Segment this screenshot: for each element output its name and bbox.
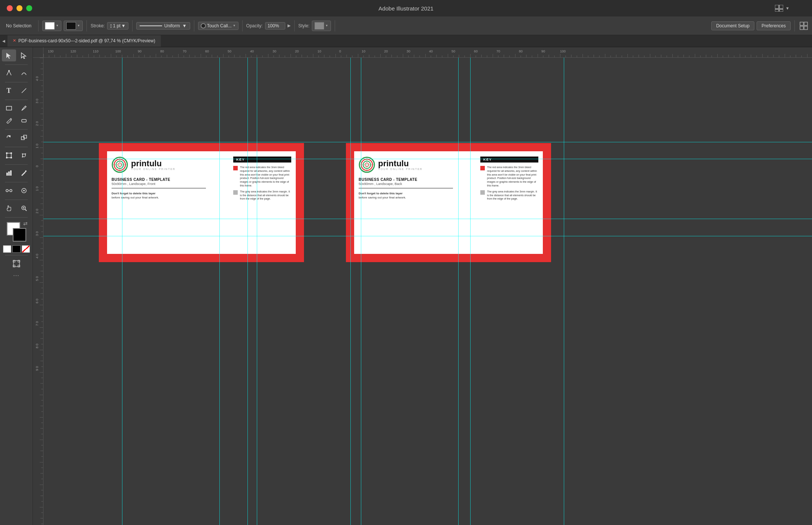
svg-rect-26	[6, 173, 8, 176]
none-indicator[interactable]	[22, 245, 30, 253]
front-card: printulu YOUR ONLINE PRINTER BUSINESS CA…	[107, 151, 296, 254]
edit-artboards-tool[interactable]	[9, 258, 24, 270]
svg-text:30: 30	[407, 49, 410, 53]
front-key-label: KEY	[233, 157, 291, 163]
close-button[interactable]	[7, 5, 13, 11]
free-transform-tool[interactable]	[2, 149, 16, 161]
document-tab[interactable]: ✕ PDF-business-card-90x50---2-sided.pdf …	[7, 35, 161, 47]
svg-rect-0	[775, 5, 779, 9]
measure-tool[interactable]	[17, 185, 31, 197]
back-key-red-item: The red area indicates the 3mm bleed req…	[480, 166, 538, 188]
free-symbol-row	[0, 149, 33, 161]
svg-point-10	[8, 70, 10, 72]
touch-callout-selector[interactable]: Touch Call... ▼	[198, 22, 238, 30]
tab-expand[interactable]: ◀	[0, 35, 7, 47]
svg-text:3 0: 3 0	[35, 231, 39, 236]
opacity-expand[interactable]: ▶	[288, 23, 291, 28]
stroke-value-input[interactable]: ▲▼ 1 pt ▼	[107, 22, 128, 30]
tool-divider-9	[5, 217, 28, 218]
color-mode-indicators	[3, 245, 30, 253]
back-key-grey-swatch	[480, 190, 485, 195]
toolbar-divider-2	[86, 20, 87, 31]
tool-divider-8	[5, 200, 28, 200]
toolbar: No Selection ▼ ▼ Stroke: ▲▼ 1 pt ▼ Unifo…	[0, 16, 812, 35]
stroke-value: 1 pt	[113, 23, 121, 28]
tab-filename: PDF-business-card-90x50---2-sided.pdf @ …	[18, 38, 155, 43]
eyedropper-tool[interactable]	[17, 167, 31, 179]
toolbar-divider-8	[794, 20, 795, 31]
svg-point-29	[25, 170, 27, 172]
scale-tool[interactable]	[17, 132, 31, 144]
document-setup-button[interactable]: Document Setup	[711, 21, 754, 30]
paintbrush-tool[interactable]	[17, 102, 31, 114]
type-tool[interactable]: T	[2, 85, 16, 97]
svg-rect-3	[779, 9, 783, 12]
pen-tool[interactable]	[2, 67, 16, 79]
fill-arrow: ▼	[56, 24, 59, 27]
stroke-color-selector[interactable]: ▼	[64, 21, 83, 31]
guide-h-2	[43, 159, 812, 159]
tool-divider-10	[5, 255, 28, 255]
opacity-input[interactable]: 100%	[265, 22, 285, 30]
back-logo-text: printulu YOUR ONLINE PRINTER	[378, 160, 423, 170]
front-card-divider	[112, 188, 206, 188]
front-card-left: printulu YOUR ONLINE PRINTER BUSINESS CA…	[112, 157, 229, 249]
svg-text:60: 60	[474, 49, 478, 53]
background-color[interactable]	[13, 228, 26, 242]
preferences-button[interactable]: Preferences	[757, 21, 791, 30]
select-tool[interactable]	[2, 49, 16, 61]
zoom-tool[interactable]	[17, 202, 31, 214]
svg-rect-13	[22, 119, 26, 122]
svg-text:4 0: 4 0	[35, 76, 39, 81]
blend-tool[interactable]	[2, 185, 16, 197]
rect-tool[interactable]	[2, 102, 16, 114]
arrange-icon[interactable]	[799, 21, 809, 31]
rotate-tool[interactable]	[2, 132, 16, 144]
line-tool[interactable]	[17, 85, 31, 97]
type-line-row: T	[0, 85, 33, 97]
tab-close-icon[interactable]: ✕	[13, 38, 16, 43]
svg-point-30	[6, 189, 8, 192]
maximize-button[interactable]	[26, 5, 32, 11]
canvas-area[interactable]: 130 120 110 100 90 80 70 60 50 40 30 20 …	[33, 47, 812, 525]
blend-measure-row	[0, 185, 33, 197]
svg-rect-19	[10, 152, 12, 154]
svg-text:3 0: 3 0	[35, 99, 39, 104]
back-artboard-container: printulu YOUR ONLINE PRINTER BUSINESS CA…	[354, 151, 543, 254]
minimize-button[interactable]	[16, 5, 22, 11]
free-symbol-group	[0, 149, 33, 161]
more-tools-btn[interactable]: ···	[9, 270, 24, 282]
hand-tool[interactable]	[2, 202, 16, 214]
style-selector[interactable]: ▼	[312, 21, 331, 31]
stroke-swatch	[66, 22, 76, 30]
direct-select-tool[interactable]	[17, 49, 31, 61]
svg-text:9 0: 9 0	[35, 366, 39, 371]
back-card-subtitle: 50x90mm , Landscape, Back	[359, 182, 477, 186]
pencil-tool[interactable]	[2, 114, 16, 126]
pen-tools-row	[0, 67, 33, 79]
back-card-divider	[359, 188, 453, 188]
canvas-content[interactable]: printulu YOUR ONLINE PRINTER BUSINESS CA…	[43, 58, 812, 525]
toolbar-divider-4	[194, 20, 194, 31]
stroke-spinners[interactable]: ▲▼	[110, 23, 112, 28]
fill-indicator[interactable]	[3, 245, 11, 253]
svg-point-23	[22, 154, 23, 155]
swap-colors-icon[interactable]: ⇄	[23, 221, 28, 227]
ruler-top-svg: 130 120 110 100 90 80 70 60 50 40 30 20 …	[43, 47, 812, 57]
curvature-tool[interactable]	[17, 67, 31, 79]
tool-divider-3	[5, 100, 28, 100]
stroke-indicator[interactable]	[12, 245, 21, 253]
graph-tool[interactable]	[2, 167, 16, 179]
svg-text:130: 130	[48, 49, 54, 53]
main-area: T	[0, 47, 812, 525]
pen-tools-group	[0, 67, 33, 79]
stroke-type-selector[interactable]: Uniform ▼	[136, 22, 190, 30]
ruler-left-svg: 4 0 3 0 2 0 1 0 0 1 0 2 0 3 0 4 0 5 0 6 …	[33, 58, 43, 525]
symbol-tool[interactable]	[17, 149, 31, 161]
svg-point-34	[23, 190, 25, 191]
svg-point-31	[10, 189, 12, 192]
fill-color-selector[interactable]: ▼	[42, 21, 61, 31]
svg-rect-48	[43, 47, 812, 57]
back-card: printulu YOUR ONLINE PRINTER BUSINESS CA…	[354, 151, 543, 254]
eraser-tool[interactable]	[17, 114, 31, 126]
